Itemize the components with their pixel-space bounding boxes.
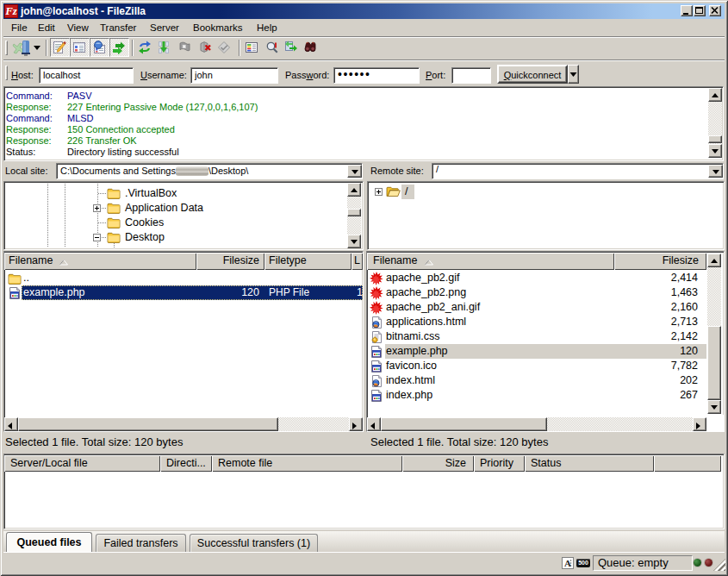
svg-text:Fz: Fz xyxy=(4,4,18,17)
